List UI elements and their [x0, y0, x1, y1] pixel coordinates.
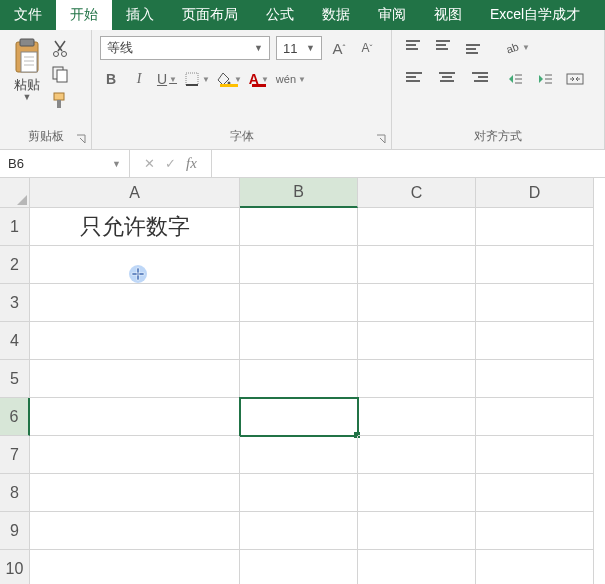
cell[interactable] — [240, 284, 358, 322]
font-expand-icon[interactable] — [375, 133, 387, 145]
cell[interactable] — [476, 246, 594, 284]
cell[interactable] — [358, 474, 476, 512]
cell[interactable] — [358, 246, 476, 284]
font-color-button[interactable]: A▼ — [248, 68, 270, 90]
cut-icon[interactable] — [50, 38, 70, 58]
tab-home[interactable]: 开始 — [56, 0, 112, 30]
row-header[interactable]: 9 — [0, 512, 30, 550]
formula-input[interactable] — [212, 150, 605, 177]
cell[interactable] — [30, 474, 240, 512]
cell[interactable] — [358, 550, 476, 584]
cell[interactable] — [358, 284, 476, 322]
row-header[interactable]: 3 — [0, 284, 30, 322]
cell[interactable] — [476, 436, 594, 474]
chevron-down-icon: ▼ — [234, 75, 242, 84]
format-painter-icon[interactable] — [50, 90, 70, 110]
merge-center-button[interactable] — [564, 68, 586, 90]
cell[interactable] — [240, 322, 358, 360]
decrease-indent-button[interactable] — [504, 68, 526, 90]
tab-page-layout[interactable]: 页面布局 — [168, 0, 252, 30]
col-header-C[interactable]: C — [358, 178, 476, 208]
orientation-button[interactable]: ab▼ — [504, 36, 530, 58]
cell-A1[interactable]: 只允许数字 — [30, 208, 240, 246]
cell[interactable] — [358, 208, 476, 246]
cell[interactable] — [240, 360, 358, 398]
italic-button[interactable]: I — [128, 68, 150, 90]
align-left-button[interactable] — [406, 68, 428, 86]
cell[interactable] — [358, 360, 476, 398]
borders-button[interactable]: ▼ — [184, 68, 210, 90]
paste-icon[interactable] — [12, 38, 42, 74]
align-group-label: 对齐方式 — [392, 128, 604, 149]
fx-icon[interactable]: fx — [186, 155, 197, 172]
name-box[interactable]: B6▼ — [0, 150, 130, 177]
phonetic-button[interactable]: wén▼ — [276, 68, 306, 90]
tab-custom[interactable]: Excel自学成才 — [476, 0, 594, 30]
cell[interactable] — [476, 360, 594, 398]
col-header-A[interactable]: A — [30, 178, 240, 208]
cell[interactable] — [476, 512, 594, 550]
col-header-D[interactable]: D — [476, 178, 594, 208]
cell[interactable] — [240, 436, 358, 474]
cell[interactable] — [240, 208, 358, 246]
tab-data[interactable]: 数据 — [308, 0, 364, 30]
tab-file[interactable]: 文件 — [0, 0, 56, 30]
align-bottom-button[interactable] — [466, 36, 488, 54]
row-header[interactable]: 8 — [0, 474, 30, 512]
cell[interactable] — [476, 284, 594, 322]
cell[interactable] — [358, 512, 476, 550]
tab-review[interactable]: 审阅 — [364, 0, 420, 30]
bold-button[interactable]: B — [100, 68, 122, 90]
cell[interactable] — [30, 512, 240, 550]
row-header[interactable]: 2 — [0, 246, 30, 284]
cell[interactable] — [30, 550, 240, 584]
cell[interactable] — [476, 398, 594, 436]
align-right-button[interactable] — [466, 68, 488, 86]
align-middle-button[interactable] — [436, 36, 458, 54]
cell[interactable] — [30, 360, 240, 398]
tab-view[interactable]: 视图 — [420, 0, 476, 30]
cell[interactable] — [476, 550, 594, 584]
fill-color-button[interactable]: ▼ — [216, 68, 242, 90]
row-header[interactable]: 6 — [0, 398, 30, 436]
cell[interactable] — [240, 550, 358, 584]
row-header[interactable]: 7 — [0, 436, 30, 474]
row-header[interactable]: 5 — [0, 360, 30, 398]
enter-icon[interactable]: ✓ — [165, 156, 176, 171]
cell[interactable] — [476, 474, 594, 512]
clipboard-expand-icon[interactable] — [75, 133, 87, 145]
paste-dropdown[interactable]: ▼ — [23, 92, 32, 102]
cell[interactable] — [30, 284, 240, 322]
copy-icon[interactable] — [50, 64, 70, 84]
tab-insert[interactable]: 插入 — [112, 0, 168, 30]
chevron-down-icon: ▼ — [522, 43, 530, 52]
cell[interactable] — [358, 436, 476, 474]
row-header[interactable]: 10 — [0, 550, 30, 584]
cell[interactable] — [240, 512, 358, 550]
align-center-button[interactable] — [436, 68, 458, 86]
font-name-select[interactable]: 等线▼ — [100, 36, 270, 60]
cell[interactable] — [30, 398, 240, 436]
align-top-button[interactable] — [406, 36, 428, 54]
underline-button[interactable]: U▼ — [156, 68, 178, 90]
cell[interactable] — [240, 474, 358, 512]
decrease-font-button[interactable]: Aˇ — [356, 37, 378, 59]
svg-point-6 — [54, 52, 59, 57]
cell[interactable] — [358, 398, 476, 436]
font-size-select[interactable]: 11▼ — [276, 36, 322, 60]
increase-indent-button[interactable] — [534, 68, 556, 90]
select-all-corner[interactable] — [0, 178, 30, 208]
col-header-B[interactable]: B — [240, 178, 358, 208]
tab-formula[interactable]: 公式 — [252, 0, 308, 30]
cell[interactable] — [476, 208, 594, 246]
increase-font-button[interactable]: Aˆ — [328, 37, 350, 59]
cancel-icon[interactable]: ✕ — [144, 156, 155, 171]
cell[interactable] — [358, 322, 476, 360]
cell[interactable] — [30, 436, 240, 474]
cell-B6[interactable] — [240, 398, 358, 436]
cell[interactable] — [30, 322, 240, 360]
cell[interactable] — [476, 322, 594, 360]
row-header[interactable]: 4 — [0, 322, 30, 360]
cell[interactable] — [240, 246, 358, 284]
row-header[interactable]: 1 — [0, 208, 30, 246]
